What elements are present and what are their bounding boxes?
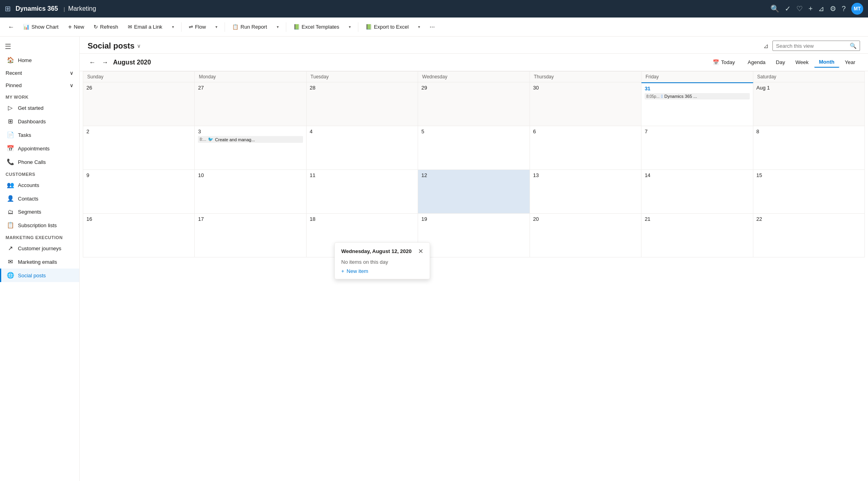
col-header-friday: Friday xyxy=(641,72,753,82)
cal-cell-jul26[interactable]: 26 xyxy=(83,82,195,126)
search-submit-icon[interactable]: 🔍 xyxy=(850,43,856,49)
settings-icon[interactable]: ⚙ xyxy=(830,4,836,13)
email-link-chevron[interactable]: ▾ xyxy=(168,23,178,31)
sidebar-item-phone-calls[interactable]: 📞 Phone Calls xyxy=(0,155,79,169)
back-button[interactable]: ← xyxy=(5,22,18,32)
cal-month-label: August 2020 xyxy=(113,59,151,66)
cal-cell-jul27[interactable]: 27 xyxy=(195,82,306,126)
today-button[interactable]: 📅 Today xyxy=(709,57,739,67)
search-icon[interactable]: 🔍 xyxy=(770,4,779,13)
export-excel-chevron[interactable]: ▾ xyxy=(414,23,424,31)
today-icon: 📅 xyxy=(713,59,719,65)
cal-cell-aug19[interactable]: 19 xyxy=(418,214,530,257)
excel-templates-button[interactable]: 📗 Excel Templates xyxy=(289,22,343,31)
view-agenda-button[interactable]: Agenda xyxy=(743,57,770,67)
cal-cell-aug12[interactable]: 12 xyxy=(418,170,530,214)
col-header-sunday: Sunday xyxy=(83,72,195,82)
sidebar-collapse-button[interactable]: ☰ xyxy=(0,40,79,53)
sidebar-item-get-started[interactable]: ▷ Get started xyxy=(0,101,79,115)
view-day-button[interactable]: Day xyxy=(771,57,790,67)
cal-cell-aug20[interactable]: 20 xyxy=(530,214,641,257)
sidebar-item-social-posts[interactable]: 🌐 Social posts xyxy=(0,269,79,282)
cal-cell-aug10[interactable]: 10 xyxy=(195,170,306,214)
run-report-label: Run Report xyxy=(240,24,267,30)
sidebar-item-segments[interactable]: 🗂 Segments xyxy=(0,205,79,218)
sidebar-item-contacts[interactable]: 👤 Contacts xyxy=(0,192,79,205)
more-button[interactable]: ⋯ xyxy=(426,22,439,31)
sidebar-item-recent[interactable]: Recent ∨ xyxy=(0,67,79,79)
cal-cell-aug13[interactable]: 13 xyxy=(530,170,641,214)
cal-cell-aug1[interactable]: Aug 1 xyxy=(753,82,865,126)
cal-cell-aug16[interactable]: 16 xyxy=(83,214,195,257)
cal-event-aug31-1[interactable]: 8:05p...  Dynamics 365 ... xyxy=(645,93,749,99)
cal-cell-jul28[interactable]: 28 xyxy=(307,82,418,126)
check-icon[interactable]: ✓ xyxy=(785,4,791,13)
cal-cell-jul29[interactable]: 29 xyxy=(418,82,530,126)
view-week-button[interactable]: Week xyxy=(791,57,813,67)
page-title-chevron[interactable]: ∨ xyxy=(137,43,141,49)
cal-cell-aug5[interactable]: 5 xyxy=(418,126,530,170)
flow-chevron[interactable]: ▾ xyxy=(211,23,221,31)
cal-cell-jul30[interactable]: 30 xyxy=(530,82,641,126)
subscription-lists-label: Subscription lists xyxy=(18,222,57,228)
cal-prev-button[interactable]: ← xyxy=(88,57,97,68)
cal-cell-aug14[interactable]: 14 xyxy=(641,170,753,214)
cal-cell-aug15[interactable]: 15 xyxy=(753,170,865,214)
sidebar-item-tasks[interactable]: 📄 Tasks xyxy=(0,128,79,142)
run-report-chevron[interactable]: ▾ xyxy=(273,23,283,31)
cal-cell-aug7[interactable]: 7 xyxy=(641,126,753,170)
accounts-label: Accounts xyxy=(18,182,39,188)
sidebar-item-accounts[interactable]: 👥 Accounts xyxy=(0,178,79,192)
view-year-button[interactable]: Year xyxy=(840,57,860,67)
popup-new-item-label: New item xyxy=(347,268,368,274)
run-report-button[interactable]: 📋 Run Report xyxy=(228,22,271,31)
cal-cell-aug11[interactable]: 11 xyxy=(307,170,418,214)
popup-close-button[interactable]: ✕ xyxy=(418,247,423,255)
cal-event-aug3-1[interactable]: 8:... 🐦 Create and manag... xyxy=(198,136,303,143)
popup-new-item-button[interactable]: + New item xyxy=(341,268,368,274)
show-chart-button[interactable]: 📊 Show Chart xyxy=(19,22,63,31)
cal-cell-aug8[interactable]: 8 xyxy=(753,126,865,170)
cal-cell-aug31[interactable]: 31 8:05p...  Dynamics 365 ... xyxy=(641,82,753,126)
cal-next-button[interactable]: → xyxy=(100,57,110,68)
new-button[interactable]: + New xyxy=(64,22,88,32)
sidebar-item-home[interactable]: 🏠 Home xyxy=(0,53,79,67)
export-excel-button[interactable]: 📗 Export to Excel xyxy=(362,22,412,31)
sidebar-item-subscription-lists[interactable]: 📋 Subscription lists xyxy=(0,218,79,232)
cal-cell-aug22[interactable]: 22 xyxy=(753,214,865,257)
home-label: Home xyxy=(18,57,32,63)
sidebar-item-pinned[interactable]: Pinned ∨ xyxy=(0,79,79,92)
cal-cell-aug3[interactable]: 3 8:... 🐦 Create and manag... xyxy=(195,126,306,170)
help-icon[interactable]: ? xyxy=(842,5,846,13)
calendar-nav: ← → August 2020 📅 Today Agenda Day Week … xyxy=(80,54,868,71)
sidebar-item-dashboards[interactable]: ⊞ Dashboards xyxy=(0,115,79,128)
refresh-button[interactable]: ↻ Refresh xyxy=(90,22,122,31)
cal-cell-aug6[interactable]: 6 xyxy=(530,126,641,170)
heart-icon[interactable]: ♡ xyxy=(796,4,803,13)
event-label: Dynamics 365 ... xyxy=(665,94,697,99)
dashboards-icon: ⊞ xyxy=(7,118,14,125)
excel-templates-chevron[interactable]: ▾ xyxy=(345,23,355,31)
calendar-grid: Sunday Monday Tuesday Wednesday Thursday… xyxy=(83,71,865,257)
add-icon[interactable]: + xyxy=(808,5,813,13)
filter-icon[interactable]: ⊿ xyxy=(818,4,824,13)
avatar[interactable]: MT xyxy=(851,3,863,15)
sidebar-item-marketing-emails[interactable]: ✉ Marketing emails xyxy=(0,255,79,269)
flow-button[interactable]: ⇌ Flow xyxy=(185,22,210,31)
new-label: New xyxy=(74,24,84,30)
email-link-button[interactable]: ✉ Email a Link xyxy=(124,22,166,31)
cal-cell-aug17[interactable]: 17 xyxy=(195,214,306,257)
cal-cell-aug9[interactable]: 9 xyxy=(83,170,195,214)
view-filter-icon[interactable]: ⊿ xyxy=(763,42,768,50)
segments-icon: 🗂 xyxy=(7,208,14,215)
cal-cell-aug4[interactable]: 4 xyxy=(307,126,418,170)
sidebar-item-customer-journeys[interactable]: ↗ Customer journeys xyxy=(0,241,79,255)
commandbar: ← 📊 Show Chart + New ↻ Refresh ✉ Email a… xyxy=(0,18,868,37)
cal-cell-aug2[interactable]: 2 xyxy=(83,126,195,170)
search-input[interactable] xyxy=(776,43,847,49)
grid-icon[interactable]: ⊞ xyxy=(5,4,11,13)
sidebar-item-appointments[interactable]: 📅 Appointments xyxy=(0,142,79,155)
cal-cell-aug21[interactable]: 21 xyxy=(641,214,753,257)
view-month-button[interactable]: Month xyxy=(814,57,839,68)
cal-date-aug16: 16 xyxy=(86,216,191,222)
